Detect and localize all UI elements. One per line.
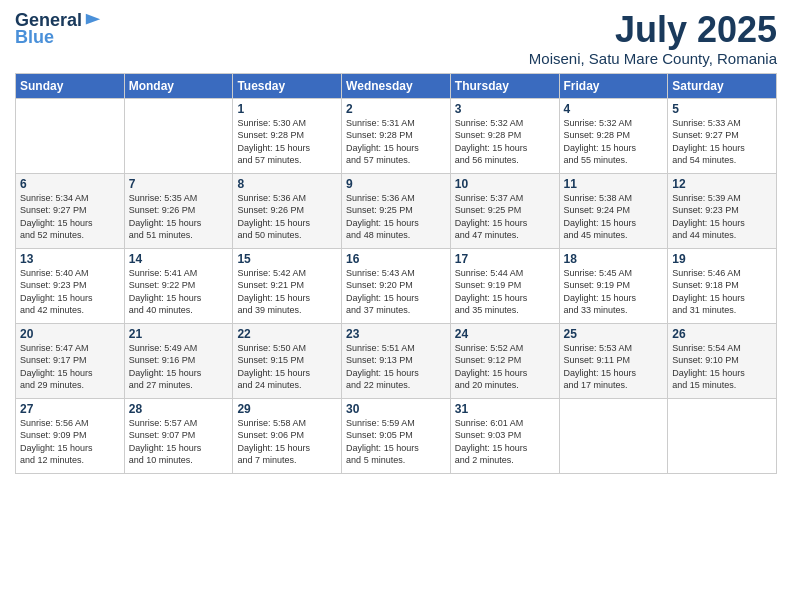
day-number: 17 [455,252,555,266]
calendar-cell: 10Sunrise: 5:37 AM Sunset: 9:25 PM Dayli… [450,173,559,248]
day-info: Sunrise: 5:36 AM Sunset: 9:25 PM Dayligh… [346,192,446,242]
calendar-header-cell: Monday [124,73,233,98]
calendar-cell: 29Sunrise: 5:58 AM Sunset: 9:06 PM Dayli… [233,398,342,473]
calendar-cell: 3Sunrise: 5:32 AM Sunset: 9:28 PM Daylig… [450,98,559,173]
calendar-week-row: 13Sunrise: 5:40 AM Sunset: 9:23 PM Dayli… [16,248,777,323]
day-info: Sunrise: 5:38 AM Sunset: 9:24 PM Dayligh… [564,192,664,242]
day-info: Sunrise: 5:59 AM Sunset: 9:05 PM Dayligh… [346,417,446,467]
day-info: Sunrise: 5:36 AM Sunset: 9:26 PM Dayligh… [237,192,337,242]
day-number: 22 [237,327,337,341]
day-info: Sunrise: 5:37 AM Sunset: 9:25 PM Dayligh… [455,192,555,242]
page: General Blue July 2025 Moiseni, Satu Mar… [0,0,792,612]
day-info: Sunrise: 5:46 AM Sunset: 9:18 PM Dayligh… [672,267,772,317]
day-number: 10 [455,177,555,191]
day-number: 2 [346,102,446,116]
calendar-cell: 1Sunrise: 5:30 AM Sunset: 9:28 PM Daylig… [233,98,342,173]
calendar-cell: 16Sunrise: 5:43 AM Sunset: 9:20 PM Dayli… [342,248,451,323]
calendar-cell [559,398,668,473]
calendar-cell: 14Sunrise: 5:41 AM Sunset: 9:22 PM Dayli… [124,248,233,323]
main-title: July 2025 [529,10,777,50]
day-number: 16 [346,252,446,266]
calendar-cell: 30Sunrise: 5:59 AM Sunset: 9:05 PM Dayli… [342,398,451,473]
calendar-cell: 25Sunrise: 5:53 AM Sunset: 9:11 PM Dayli… [559,323,668,398]
calendar-header-cell: Sunday [16,73,125,98]
day-number: 4 [564,102,664,116]
calendar-header-cell: Tuesday [233,73,342,98]
logo-flag-icon [84,12,102,30]
day-number: 15 [237,252,337,266]
day-number: 30 [346,402,446,416]
day-number: 13 [20,252,120,266]
day-number: 1 [237,102,337,116]
calendar-cell: 15Sunrise: 5:42 AM Sunset: 9:21 PM Dayli… [233,248,342,323]
calendar-cell: 18Sunrise: 5:45 AM Sunset: 9:19 PM Dayli… [559,248,668,323]
day-info: Sunrise: 5:58 AM Sunset: 9:06 PM Dayligh… [237,417,337,467]
day-number: 9 [346,177,446,191]
calendar-cell: 22Sunrise: 5:50 AM Sunset: 9:15 PM Dayli… [233,323,342,398]
calendar-week-row: 6Sunrise: 5:34 AM Sunset: 9:27 PM Daylig… [16,173,777,248]
day-info: Sunrise: 5:49 AM Sunset: 9:16 PM Dayligh… [129,342,229,392]
calendar-header-cell: Wednesday [342,73,451,98]
day-number: 5 [672,102,772,116]
day-number: 6 [20,177,120,191]
day-number: 3 [455,102,555,116]
day-info: Sunrise: 5:56 AM Sunset: 9:09 PM Dayligh… [20,417,120,467]
calendar-cell: 17Sunrise: 5:44 AM Sunset: 9:19 PM Dayli… [450,248,559,323]
day-number: 23 [346,327,446,341]
day-info: Sunrise: 5:35 AM Sunset: 9:26 PM Dayligh… [129,192,229,242]
calendar-cell: 26Sunrise: 5:54 AM Sunset: 9:10 PM Dayli… [668,323,777,398]
day-number: 8 [237,177,337,191]
title-block: July 2025 Moiseni, Satu Mare County, Rom… [529,10,777,67]
calendar-cell: 6Sunrise: 5:34 AM Sunset: 9:27 PM Daylig… [16,173,125,248]
calendar-header-cell: Friday [559,73,668,98]
calendar-table: SundayMondayTuesdayWednesdayThursdayFrid… [15,73,777,474]
calendar-cell [16,98,125,173]
calendar-cell: 24Sunrise: 5:52 AM Sunset: 9:12 PM Dayli… [450,323,559,398]
calendar-cell: 8Sunrise: 5:36 AM Sunset: 9:26 PM Daylig… [233,173,342,248]
calendar-body: 1Sunrise: 5:30 AM Sunset: 9:28 PM Daylig… [16,98,777,473]
day-number: 20 [20,327,120,341]
calendar-cell: 20Sunrise: 5:47 AM Sunset: 9:17 PM Dayli… [16,323,125,398]
day-info: Sunrise: 5:40 AM Sunset: 9:23 PM Dayligh… [20,267,120,317]
day-info: Sunrise: 5:39 AM Sunset: 9:23 PM Dayligh… [672,192,772,242]
calendar-cell: 9Sunrise: 5:36 AM Sunset: 9:25 PM Daylig… [342,173,451,248]
calendar-header-cell: Saturday [668,73,777,98]
logo: General Blue [15,10,102,48]
calendar-cell: 13Sunrise: 5:40 AM Sunset: 9:23 PM Dayli… [16,248,125,323]
day-number: 26 [672,327,772,341]
day-info: Sunrise: 5:33 AM Sunset: 9:27 PM Dayligh… [672,117,772,167]
calendar-cell: 19Sunrise: 5:46 AM Sunset: 9:18 PM Dayli… [668,248,777,323]
day-info: Sunrise: 5:30 AM Sunset: 9:28 PM Dayligh… [237,117,337,167]
calendar-header-row: SundayMondayTuesdayWednesdayThursdayFrid… [16,73,777,98]
day-number: 14 [129,252,229,266]
calendar-cell: 23Sunrise: 5:51 AM Sunset: 9:13 PM Dayli… [342,323,451,398]
day-info: Sunrise: 5:54 AM Sunset: 9:10 PM Dayligh… [672,342,772,392]
day-info: Sunrise: 5:45 AM Sunset: 9:19 PM Dayligh… [564,267,664,317]
day-info: Sunrise: 5:44 AM Sunset: 9:19 PM Dayligh… [455,267,555,317]
subtitle: Moiseni, Satu Mare County, Romania [529,50,777,67]
calendar-cell: 4Sunrise: 5:32 AM Sunset: 9:28 PM Daylig… [559,98,668,173]
day-number: 21 [129,327,229,341]
day-info: Sunrise: 5:32 AM Sunset: 9:28 PM Dayligh… [564,117,664,167]
day-number: 11 [564,177,664,191]
day-info: Sunrise: 5:43 AM Sunset: 9:20 PM Dayligh… [346,267,446,317]
calendar-cell: 2Sunrise: 5:31 AM Sunset: 9:28 PM Daylig… [342,98,451,173]
logo-blue: Blue [15,27,54,48]
calendar-cell: 7Sunrise: 5:35 AM Sunset: 9:26 PM Daylig… [124,173,233,248]
calendar-cell: 27Sunrise: 5:56 AM Sunset: 9:09 PM Dayli… [16,398,125,473]
header: General Blue July 2025 Moiseni, Satu Mar… [15,10,777,67]
day-number: 25 [564,327,664,341]
calendar-cell [124,98,233,173]
calendar-cell: 5Sunrise: 5:33 AM Sunset: 9:27 PM Daylig… [668,98,777,173]
calendar-header-cell: Thursday [450,73,559,98]
day-info: Sunrise: 5:53 AM Sunset: 9:11 PM Dayligh… [564,342,664,392]
calendar-cell: 11Sunrise: 5:38 AM Sunset: 9:24 PM Dayli… [559,173,668,248]
day-info: Sunrise: 5:34 AM Sunset: 9:27 PM Dayligh… [20,192,120,242]
day-info: Sunrise: 5:31 AM Sunset: 9:28 PM Dayligh… [346,117,446,167]
day-number: 19 [672,252,772,266]
day-number: 28 [129,402,229,416]
day-number: 31 [455,402,555,416]
calendar-week-row: 20Sunrise: 5:47 AM Sunset: 9:17 PM Dayli… [16,323,777,398]
day-number: 12 [672,177,772,191]
day-info: Sunrise: 6:01 AM Sunset: 9:03 PM Dayligh… [455,417,555,467]
